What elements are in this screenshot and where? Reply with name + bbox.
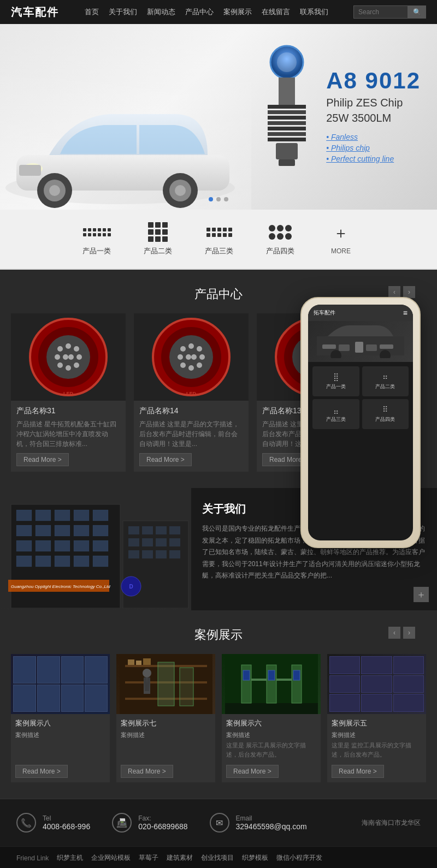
nav-about[interactable]: 关于我们 xyxy=(109,7,137,17)
svg-rect-88 xyxy=(93,540,108,551)
product-info-2: 产品名称14 产品描述 这里是产品的文字描述，后台发布产品时进行编辑，前台会自动… xyxy=(134,401,249,472)
category-4[interactable]: 产品四类 xyxy=(266,223,294,256)
tel-value: 4008-668-996 xyxy=(43,822,90,831)
dot-3[interactable] xyxy=(224,197,228,201)
cases-prev[interactable]: ‹ xyxy=(388,627,400,639)
email-icon: ✉ xyxy=(210,813,229,833)
search-button[interactable]: 🔍 xyxy=(408,5,426,19)
case-name-1: 案例展示八 xyxy=(15,718,105,728)
footer-link-5[interactable]: 创业找项目 xyxy=(201,853,234,863)
footer-link-7[interactable]: 微信小程序开发 xyxy=(276,853,322,863)
svg-rect-80 xyxy=(36,525,51,536)
case-readmore-2[interactable]: Read More > xyxy=(121,765,173,778)
case-image-3 xyxy=(222,654,321,714)
footer-link-2[interactable]: 企业网站模板 xyxy=(91,853,131,863)
case-readmore-1[interactable]: Read More > xyxy=(15,765,68,778)
phone-cat-icon-4: ⠿ xyxy=(382,405,388,414)
case-readmore-4[interactable]: Read More > xyxy=(332,765,384,778)
products-prev[interactable]: ‹ xyxy=(388,286,400,298)
case-name-3: 案例展示六 xyxy=(226,718,316,728)
svg-rect-84 xyxy=(16,540,32,551)
hero-dots xyxy=(209,197,228,201)
nav-home[interactable]: 首页 xyxy=(85,7,99,17)
search-box: 🔍 xyxy=(353,5,426,19)
dot-2[interactable] xyxy=(216,197,221,201)
cases-next[interactable]: › xyxy=(403,627,415,639)
svg-text:LED: LED xyxy=(186,391,197,396)
plus-icon: ＋ xyxy=(333,223,349,243)
bulb-svg xyxy=(262,40,311,166)
grid-icon-3 xyxy=(206,228,232,237)
svg-rect-79 xyxy=(16,525,32,536)
contact-tel-info: Tel 4008-668-996 xyxy=(43,815,90,831)
category-2[interactable]: 产品二类 xyxy=(144,223,172,256)
feature-2[interactable]: Philips chip xyxy=(326,144,421,152)
case-readmore-3[interactable]: Read More > xyxy=(226,765,279,778)
phone-categories: ⣿ 产品一类 ⠶ 产品二类 ⣤ 产品三类 ⠿ 产 xyxy=(308,362,413,433)
category-3[interactable]: 产品三类 xyxy=(205,223,233,256)
svg-point-26 xyxy=(66,343,71,349)
svg-rect-74 xyxy=(16,510,32,521)
svg-rect-91 xyxy=(55,556,70,567)
svg-point-25 xyxy=(57,346,63,352)
svg-point-44 xyxy=(191,354,197,360)
svg-point-41 xyxy=(197,346,202,352)
phone-header: 拓车配件 ≡ xyxy=(308,305,413,321)
nav-news[interactable]: 新闻动态 xyxy=(147,7,175,17)
cat-label-3: 产品三类 xyxy=(205,246,233,256)
led-light-svg-1: LED xyxy=(27,316,109,398)
products-nav: ‹ › xyxy=(388,286,415,298)
svg-point-4 xyxy=(49,185,60,196)
contact-email: ✉ Email 329465598@qq.com xyxy=(210,813,307,833)
footer-link-3[interactable]: 草莓子 xyxy=(139,853,158,863)
dot-1[interactable] xyxy=(209,197,213,201)
case-image-1 xyxy=(11,654,110,714)
svg-text:D: D xyxy=(129,584,133,590)
header: 汽车配件 首页 关于我们 新闻动态 产品中心 案例展示 在线留言 联系我们 🔍 xyxy=(0,0,437,24)
hero-banner: A8 9012 Philip ZES Chip 25W 3500LM Fanle… xyxy=(0,24,437,210)
product-readmore-1[interactable]: Read More > xyxy=(16,453,69,466)
product-info-1: 产品名称31 产品描述 星牛拓荒机配备五十缸四冲程六缸涡轮增压中冷直喷发动机，符… xyxy=(11,401,126,472)
tel-label: Tel xyxy=(43,815,90,822)
nav-cases[interactable]: 案例展示 xyxy=(223,7,252,17)
search-input[interactable] xyxy=(353,5,408,19)
grid-icon-4 xyxy=(269,225,292,240)
products-next[interactable]: › xyxy=(403,286,415,298)
nav-products[interactable]: 产品中心 xyxy=(185,7,214,17)
footer-link-4[interactable]: 建筑素材 xyxy=(167,853,193,863)
phone-logo: 拓车配件 xyxy=(314,309,335,317)
svg-rect-15 xyxy=(268,116,306,120)
control-image xyxy=(327,654,426,714)
footer-link-1[interactable]: 织梦主机 xyxy=(57,853,83,863)
phone-cat-icon-3: ⣤ xyxy=(333,405,339,414)
nav-contact[interactable]: 联系我们 xyxy=(300,7,328,17)
footer-link-6[interactable]: 织梦模板 xyxy=(242,853,268,863)
phone-cat-label-1: 产品一类 xyxy=(326,383,346,390)
case-info-3: 案例展示六 案例描述 这里是 展示工具展示的文字描述，后台发布产品。 Read … xyxy=(222,714,321,782)
contact-fax-info: Fax: 020-66899688 xyxy=(138,815,187,831)
phone-frame: 拓车配件 ≡ xyxy=(300,297,421,548)
product-readmore-2[interactable]: Read More > xyxy=(139,453,192,466)
hero-car-image xyxy=(0,57,251,210)
svg-rect-81 xyxy=(55,525,70,536)
grid-icon-1 xyxy=(83,228,111,236)
svg-point-120 xyxy=(143,669,151,677)
category-1[interactable]: 产品一类 xyxy=(82,223,111,256)
footer-contact: 📞 Tel 4008-668-996 📠 Fax: 020-66899688 ✉… xyxy=(0,799,437,846)
svg-point-7 xyxy=(175,185,186,196)
cat-icon-3 xyxy=(205,223,233,242)
svg-rect-90 xyxy=(36,556,51,567)
product-desc-1: 产品描述 星牛拓荒机配备五十缸四冲程六缸涡轮增压中冷直喷发动机，符合国三排放标准… xyxy=(16,419,120,449)
svg-rect-9 xyxy=(19,165,41,176)
svg-rect-116 xyxy=(136,661,141,665)
about-plus-button[interactable]: ＋ xyxy=(414,587,429,602)
category-more[interactable]: ＋ MORE xyxy=(327,224,355,255)
nav-message[interactable]: 在线留言 xyxy=(262,7,290,17)
svg-point-33 xyxy=(66,365,71,371)
feature-3[interactable]: Perfect cutting line xyxy=(326,154,421,163)
svg-rect-16 xyxy=(268,121,306,125)
gate-svg xyxy=(225,654,318,714)
feature-1[interactable]: Fanless xyxy=(326,133,421,141)
phone-hero xyxy=(308,321,413,362)
contact-email-info: Email 329465598@qq.com xyxy=(236,815,307,831)
